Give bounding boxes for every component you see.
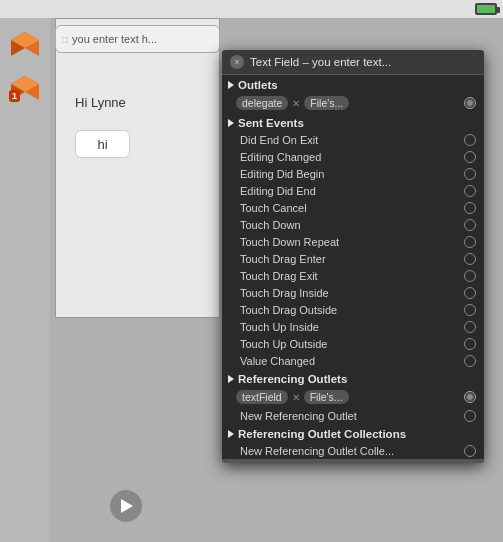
new-collection-label: New Referencing Outlet Colle... <box>240 445 464 457</box>
event-radio[interactable] <box>464 287 476 299</box>
event-label: Touch Drag Exit <box>240 270 464 282</box>
panel-header: × Text Field – you enter text... <box>222 50 484 75</box>
triangle-icon-2 <box>228 119 234 127</box>
textfield-outlet-row[interactable]: textField ✕ File's... <box>222 387 484 407</box>
event-row[interactable]: Value Changed <box>222 352 484 369</box>
outlets-section-header: Outlets <box>222 75 484 93</box>
new-referencing-outlet-row[interactable]: New Referencing Outlet <box>222 407 484 424</box>
event-label: Value Changed <box>240 355 464 367</box>
delegate-outlet-row[interactable]: delegate ✕ File's... <box>222 93 484 113</box>
event-radio[interactable] <box>464 168 476 180</box>
event-row[interactable]: Editing Did End <box>222 182 484 199</box>
event-radio[interactable] <box>464 219 476 231</box>
event-row[interactable]: Touch Up Inside <box>222 318 484 335</box>
iphone-screen <box>55 18 220 318</box>
event-label: Touch Down Repeat <box>240 236 464 248</box>
ref-collections-header: Referencing Outlet Collections <box>222 424 484 442</box>
textfield-radio[interactable] <box>464 391 476 403</box>
delegate-radio[interactable] <box>464 97 476 109</box>
delegate-pill: delegate <box>236 96 288 110</box>
events-container: Did End On Exit Editing Changed Editing … <box>222 131 484 369</box>
triangle-icon-3 <box>228 375 234 383</box>
event-row[interactable]: Touch Drag Inside <box>222 284 484 301</box>
cube-icon-numbered: 1 <box>7 72 43 108</box>
battery-icon <box>475 3 497 15</box>
event-label: Touch Drag Outside <box>240 304 464 316</box>
top-bar <box>0 0 503 18</box>
event-row[interactable]: Did End On Exit <box>222 131 484 148</box>
new-referencing-outlet-label: New Referencing Outlet <box>240 410 464 422</box>
panel-title: Text Field – you enter text... <box>250 56 391 68</box>
outlet-separator: ✕ <box>292 98 300 109</box>
event-radio[interactable] <box>464 253 476 265</box>
event-radio[interactable] <box>464 202 476 214</box>
event-label: Touch Up Outside <box>240 338 464 350</box>
event-label: Touch Down <box>240 219 464 231</box>
new-referencing-radio[interactable] <box>464 410 476 422</box>
event-label: Touch Up Inside <box>240 321 464 333</box>
event-label: Editing Did End <box>240 185 464 197</box>
textfield-pill: textField <box>236 390 288 404</box>
hi-button[interactable]: hi <box>75 130 130 158</box>
event-row[interactable]: Editing Changed <box>222 148 484 165</box>
new-collection-radio[interactable] <box>464 445 476 457</box>
event-row[interactable]: Touch Drag Exit <box>222 267 484 284</box>
event-row[interactable]: Touch Down Repeat <box>222 233 484 250</box>
event-row[interactable]: Touch Cancel <box>222 199 484 216</box>
event-label: Editing Did Begin <box>240 168 464 180</box>
event-radio[interactable] <box>464 304 476 316</box>
event-radio[interactable] <box>464 321 476 333</box>
sidebar: 1 <box>0 18 50 542</box>
event-radio[interactable] <box>464 185 476 197</box>
textfield-bar[interactable]: □ you enter text h... <box>55 25 220 53</box>
event-row[interactable]: Editing Did Begin <box>222 165 484 182</box>
close-button[interactable]: × <box>230 55 244 69</box>
file-outlet: File's... <box>304 96 349 110</box>
event-label: Did End On Exit <box>240 134 464 146</box>
play-button[interactable] <box>110 490 142 522</box>
new-collection-row[interactable]: New Referencing Outlet Colle... <box>222 442 484 459</box>
hi-label: Hi Lynne <box>75 95 126 110</box>
event-radio[interactable] <box>464 355 476 367</box>
event-radio[interactable] <box>464 134 476 146</box>
event-row[interactable]: Touch Down <box>222 216 484 233</box>
triangle-icon <box>228 81 234 89</box>
play-triangle-icon <box>121 499 133 513</box>
triangle-icon-4 <box>228 430 234 438</box>
dropdown-panel: × Text Field – you enter text... Outlets… <box>222 50 484 463</box>
ref-separator: ✕ <box>292 392 300 403</box>
textfield-placeholder: you enter text h... <box>72 33 157 45</box>
event-radio[interactable] <box>464 236 476 248</box>
event-label: Touch Drag Inside <box>240 287 464 299</box>
event-label: Editing Changed <box>240 151 464 163</box>
event-row[interactable]: Touch Up Outside <box>222 335 484 352</box>
event-label: Touch Cancel <box>240 202 464 214</box>
event-radio[interactable] <box>464 338 476 350</box>
sent-events-header: Sent Events <box>222 113 484 131</box>
event-row[interactable]: Touch Drag Enter <box>222 250 484 267</box>
event-radio[interactable] <box>464 270 476 282</box>
event-radio[interactable] <box>464 151 476 163</box>
referencing-outlets-header: Referencing Outlets <box>222 369 484 387</box>
cube-icon-orange-top <box>7 28 43 64</box>
event-label: Touch Drag Enter <box>240 253 464 265</box>
ref-file-outlet: File's... <box>304 390 349 404</box>
panel-bottom <box>222 459 484 463</box>
event-row[interactable]: Touch Drag Outside <box>222 301 484 318</box>
